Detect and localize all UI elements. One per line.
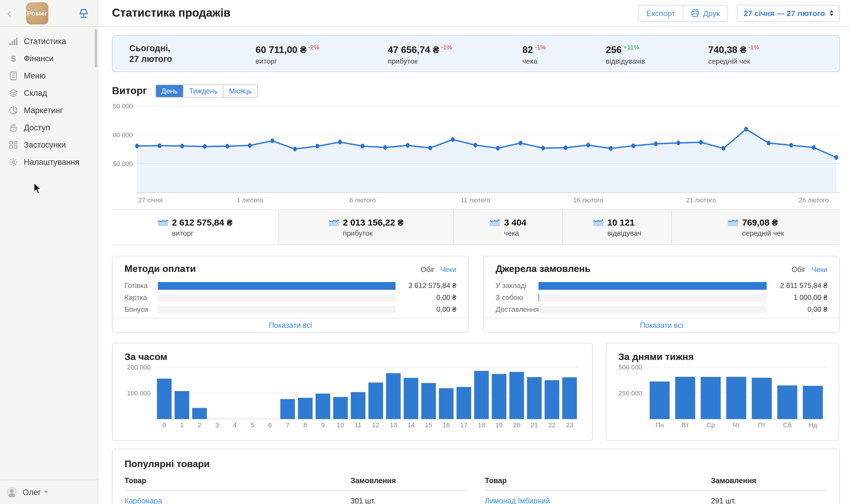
tab-тиждень[interactable]: Тиждень xyxy=(183,85,223,97)
svg-text:Вт: Вт xyxy=(682,421,689,429)
total-label: чека xyxy=(504,229,526,237)
total-label: середній чек xyxy=(742,229,784,237)
svg-text:4: 4 xyxy=(233,421,237,429)
sidebar-item-доступ[interactable]: Доступ xyxy=(0,119,98,136)
svg-text:Пт: Пт xyxy=(758,421,766,429)
bar-label: Картка xyxy=(124,293,153,302)
period-totals-row: 2 612 575,84 ₴виторг2 013 156,22 ₴прибут… xyxy=(112,210,840,245)
stat-delta: -2% xyxy=(308,43,319,50)
sparkline-icon xyxy=(329,218,339,226)
sidebar-item-label: Статистика xyxy=(24,37,66,46)
svg-text:Чт: Чт xyxy=(733,421,740,429)
tab-місяць[interactable]: Місяць xyxy=(223,85,257,97)
svg-text:250 000: 250 000 xyxy=(618,390,642,397)
sidebar-item-застосунки[interactable]: Застосунки xyxy=(0,136,98,154)
sidebar-item-маркетинг[interactable]: Маркетинг xyxy=(0,102,98,119)
export-button[interactable]: Експорт xyxy=(639,5,683,21)
revenue-title: Виторг xyxy=(112,85,147,97)
chevron-left-icon[interactable]: ‹ xyxy=(7,7,18,19)
order-sources-panel: Джерела замовленьОбігЧекиУ закладі2 611 … xyxy=(483,256,840,332)
svg-text:6 лютого: 6 лютого xyxy=(349,196,376,204)
bar-track xyxy=(158,306,396,313)
payment-methods-panel: Методи оплатиОбігЧекиГотівка2 612 575,84… xyxy=(112,256,469,332)
svg-text:11: 11 xyxy=(355,421,362,429)
svg-text:27 січня: 27 січня xyxy=(138,196,162,204)
chevron-down-icon xyxy=(44,491,47,493)
sidebar-item-label: Фінанси xyxy=(24,54,54,63)
svg-text:18: 18 xyxy=(478,421,485,429)
total-tab-виторг[interactable]: 2 612 575,84 ₴виторг xyxy=(112,210,278,245)
stat-value: 82-1% xyxy=(522,43,606,55)
bar-value: 2 612 575,84 ₴ xyxy=(401,282,456,290)
bar-row-Готівка: Готівка2 612 575,84 ₴ xyxy=(124,280,456,292)
bar-track xyxy=(158,294,396,301)
total-label: прибуток xyxy=(343,229,403,237)
total-tab-прибуток[interactable]: 2 013 156,22 ₴прибуток xyxy=(278,210,453,245)
svg-text:8: 8 xyxy=(303,421,307,429)
print-button[interactable]: Друк xyxy=(683,5,728,21)
by_weekday-svg: 250 000500 000ПнВтСрЧтПтСбНд xyxy=(618,362,827,433)
sidebar-item-label: Маркетинг xyxy=(24,106,63,115)
bar-label: У закладі xyxy=(496,282,534,290)
total-tab-чека[interactable]: 3 404чека xyxy=(453,210,562,245)
by-weekday-title: За днями тижня xyxy=(618,352,827,362)
sidebar-item-label: Меню xyxy=(24,71,46,80)
toggle-receipts[interactable]: Чеки xyxy=(812,265,827,274)
show-all-link[interactable]: Показати всі xyxy=(640,321,683,329)
svg-text:100 000: 100 000 xyxy=(112,131,133,139)
bar-value: 0,00 ₴ xyxy=(401,305,456,313)
toggle-receipts[interactable]: Чеки xyxy=(440,265,456,274)
bar-label: Готівка xyxy=(124,282,153,290)
access-lock-icon xyxy=(8,123,18,132)
svg-text:Пн: Пн xyxy=(656,421,664,429)
stat-value: 60 711,00 ₴-2% xyxy=(256,43,388,55)
sidebar-item-label: Налаштування xyxy=(24,158,80,167)
user-menu[interactable]: Олег xyxy=(0,480,98,504)
svg-text:7: 7 xyxy=(286,421,290,429)
svg-text:13: 13 xyxy=(390,421,397,429)
total-value: 3 404 xyxy=(504,217,526,227)
bar-value: 0,00 ₴ xyxy=(773,305,827,313)
toggle-turnover[interactable]: Обіг xyxy=(792,265,805,274)
tab-день[interactable]: День xyxy=(156,85,183,97)
account-logo[interactable]: Poster xyxy=(26,2,48,24)
sidebar-item-фінанси[interactable]: $Фінанси xyxy=(0,50,98,67)
bar-track xyxy=(538,306,767,313)
sidebar-item-налаштування[interactable]: Налаштування xyxy=(0,154,98,171)
svg-text:$: $ xyxy=(11,54,16,63)
sidebar-scrollbar[interactable] xyxy=(95,29,97,67)
svg-text:11 лютого: 11 лютого xyxy=(461,196,490,204)
total-tab-відвідувач[interactable]: 10 121відвідувач xyxy=(562,210,671,245)
sidebar-item-меню[interactable]: Меню xyxy=(0,67,98,85)
period-tabs: ДеньТижденьМісяць xyxy=(155,85,258,97)
svg-text:23: 23 xyxy=(566,421,573,429)
svg-text:17: 17 xyxy=(460,421,467,429)
bar-row-У-закладі: У закладі2 611 575,84 ₴ xyxy=(496,280,827,292)
revenue-line-chart: 50 000100 000150 00027 січня1 лютого6 лю… xyxy=(112,97,840,208)
today-stat-середній-чек: 740,38 ₴-1%середній чек xyxy=(708,42,760,65)
order-count: 291 шт. xyxy=(711,497,827,504)
pos-terminal-icon[interactable] xyxy=(78,7,89,19)
table-row: Лимонад Імбирний291 шт. xyxy=(485,491,827,504)
panel-title: Методи оплати xyxy=(124,264,196,274)
date-range-selector[interactable]: 27 січня — 27 лютого xyxy=(737,4,840,22)
sidebar-item-склад[interactable]: Склад xyxy=(0,85,98,102)
toggle-turnover[interactable]: Обіг xyxy=(420,265,435,274)
main-area: Статистика продажів Експорт Друк 27 січн… xyxy=(98,0,850,504)
svg-text:6: 6 xyxy=(268,421,272,429)
today-stat-виторг: 60 711,00 ₴-2%виторг xyxy=(256,42,388,65)
product-link[interactable]: Карбонара xyxy=(124,497,350,504)
today-stat-відвідувачів: 256+11%відвідувачів xyxy=(606,42,708,65)
product-link[interactable]: Лимонад Імбирний xyxy=(485,497,711,504)
sidebar-item-статистика[interactable]: Статистика xyxy=(0,33,98,50)
by-weekday-panel: За днями тижня 250 000500 000ПнВтСрЧтПтС… xyxy=(606,343,839,441)
stat-label: прибуток xyxy=(388,57,522,65)
menu-document-icon xyxy=(8,71,18,80)
popular-products-panel: Популярні товари ТоварЗамовленняКарбонар… xyxy=(112,449,840,504)
total-tab-середній-чек[interactable]: 769,08 ₴середній чек xyxy=(671,210,840,245)
bar-track xyxy=(538,294,767,301)
user-avatar-icon xyxy=(6,487,17,498)
sparkline-icon xyxy=(490,218,500,226)
sidebar-item-label: Застосунки xyxy=(24,140,66,149)
show-all-link[interactable]: Показати всі xyxy=(268,321,312,329)
